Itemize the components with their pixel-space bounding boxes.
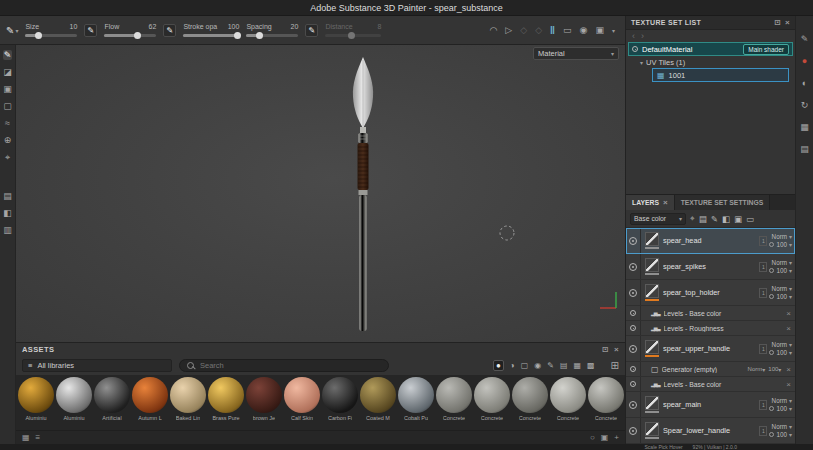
layer-thumbnail[interactable] [645,340,659,354]
falloff-curve-icon[interactable]: ◠ [489,25,497,35]
channel-filter-dropdown[interactable]: Base color ▾ [630,213,686,225]
thumbnail-size-icon[interactable]: ▦ [22,433,30,442]
projection-mode-icon[interactable]: ◉ [580,25,588,35]
asset-item[interactable]: Coated M [360,377,396,430]
asset-item[interactable]: Brass Pure [208,377,244,430]
slider-knob[interactable] [256,32,263,39]
blend-mode-dropdown[interactable]: Norm▾ [772,285,792,292]
library-dropdown[interactable]: ≡ All libraries [22,359,172,372]
visibility-toggle[interactable] [626,377,641,391]
remove-effect-icon[interactable]: × [786,309,791,318]
opacity-control[interactable]: 100▾ [769,349,792,356]
visibility-toggle[interactable] [626,392,641,417]
symmetry-icon[interactable]: ▷ [505,25,512,35]
chevron-down-icon[interactable]: ▾ [612,27,615,34]
layer-row-spear-spikes[interactable]: spear_spikes 1 Norm▾ 100▾ [626,254,795,280]
pause-engine-icon[interactable]: ‖ [550,25,555,36]
smart-material-tool[interactable]: ▤ [3,191,12,201]
visibility-toggle[interactable] [626,336,641,361]
search-input[interactable] [200,361,381,370]
asset-item[interactable]: Baked Lin [170,377,206,430]
undock-icon[interactable]: ⊡ [774,18,781,27]
asset-item[interactable]: Artificial [94,377,130,430]
filter-smart-masks-icon[interactable]: ▢ [521,361,529,370]
flow-slider[interactable] [104,34,156,37]
asset-item[interactable]: Concrete [474,377,510,430]
filter-alphas-icon[interactable]: ▤ [560,361,568,370]
smudge-tool[interactable]: ≈ [5,118,10,128]
size-slider[interactable] [25,34,77,37]
clone-tool[interactable]: ⊕ [4,135,12,145]
visibility-toggle[interactable] [626,254,641,279]
blend-mode-dropdown[interactable]: Norm [748,366,763,372]
tab-layers[interactable]: LAYERS × [626,195,675,210]
asset-item[interactable]: Calf Skin [284,377,320,430]
refresh-icon[interactable]: ○ [590,433,595,442]
opacity-control[interactable]: 100▾ [769,293,792,300]
blend-mode-dropdown[interactable]: Norm▾ [772,233,792,240]
add-smart-material-icon[interactable]: ▤ [699,214,707,224]
filter-textures-icon[interactable]: ◉ [534,361,541,370]
asset-item[interactable]: Concrete [512,377,548,430]
blend-mode-dropdown[interactable]: Norm▾ [772,259,792,266]
geometry-mask-tool[interactable]: ▥ [3,225,12,235]
eraser-tool[interactable]: ◪ [3,67,12,77]
opacity-control[interactable]: 100▾ [769,431,792,438]
slider-knob[interactable] [134,32,141,39]
add-folder-icon[interactable]: ▣ [734,214,742,224]
add-fill-layer-icon[interactable]: ◧ [722,214,730,224]
tab-texture-set-settings[interactable]: TEXTURE SET SETTINGS [675,195,771,210]
blend-mode-dropdown[interactable]: Norm▾ [772,423,792,430]
uv-tile-1001[interactable]: ▦ 1001 [652,68,789,82]
opacity-control[interactable]: 100▾ [769,267,792,274]
close-icon[interactable]: × [785,18,790,27]
blend-mode-dropdown[interactable]: Norm▾ [772,397,792,404]
list-view-icon[interactable]: ≡ [36,433,41,442]
display-settings-icon[interactable]: ◐ [802,78,807,88]
visibility-toggle[interactable] [626,418,641,443]
stroke-opacity-slider[interactable] [183,34,239,37]
visibility-toggle[interactable] [626,362,641,376]
uv-view-icon[interactable]: ▦ [800,122,809,132]
layer-thumbnail[interactable] [645,284,659,298]
add-paint-layer-icon[interactable]: ✎ [711,214,718,224]
asset-item[interactable]: Cobalt Pu [398,377,434,430]
stroke-opacity-control[interactable]: Stroke opa100 [183,23,239,37]
asset-item[interactable]: brown Je [246,377,282,430]
asset-item[interactable]: Aluminiu [56,377,92,430]
slider-knob[interactable] [234,32,241,39]
viewport-mode-dropdown[interactable]: Material ▾ [533,47,619,60]
layer-row-spear-main[interactable]: spear_main 1 Norm▾ 100▾ [626,392,795,418]
layer-row-spear-upper-handle[interactable]: spear_upper_handle 1 Norm▾ 100▾ [626,336,795,362]
filter-smart-materials-icon[interactable]: ◑ [510,361,515,370]
visibility-toggle[interactable] [626,228,641,253]
close-icon[interactable]: × [663,198,668,207]
opacity-control[interactable]: 100▾ [769,405,792,412]
material-picker-tool[interactable]: ⌖ [5,152,10,163]
remove-effect-icon[interactable]: × [786,324,791,333]
remove-effect-icon[interactable]: × [786,365,791,374]
filter-brushes-icon[interactable]: ✎ [547,361,554,370]
size-control[interactable]: Size10 [25,23,77,37]
brush-stamp-icon[interactable]: ✎ [163,24,176,37]
asset-item[interactable]: Autumn L [132,377,168,430]
brush-stamp-icon[interactable]: ✎ [84,24,97,37]
paint-tool[interactable]: ✎ [3,50,13,60]
undock-icon[interactable]: ⊡ [602,345,609,354]
layer-row-spear-head[interactable]: spear_head 1 Norm▾ 100▾ [626,228,795,254]
effect-row-generator[interactable]: ▢ Generator (empty) Norm ▾ 100 ▾ × [626,362,795,377]
brush-stamp-icon[interactable]: ✎ [305,24,318,37]
polygon-fill-tool[interactable]: ▢ [3,101,12,111]
delete-layer-icon[interactable]: ▭ [746,214,754,224]
asset-item[interactable]: Aluminiu [18,377,54,430]
properties-panel-icon[interactable]: ✎ [801,34,809,44]
asset-item[interactable]: Carbon Fi [322,377,358,430]
open-folder-icon[interactable]: ▣ [601,433,609,442]
visibility-icon[interactable] [632,46,638,52]
main-shader-button[interactable]: Main shader [743,44,789,55]
layer-thumbnail[interactable] [645,232,659,246]
forward-icon[interactable]: › [641,31,644,41]
import-asset-icon[interactable]: + [614,433,619,442]
texture-set-row[interactable]: DefaultMaterial Main shader [628,42,793,56]
shader-settings-icon[interactable]: ● [802,56,807,66]
